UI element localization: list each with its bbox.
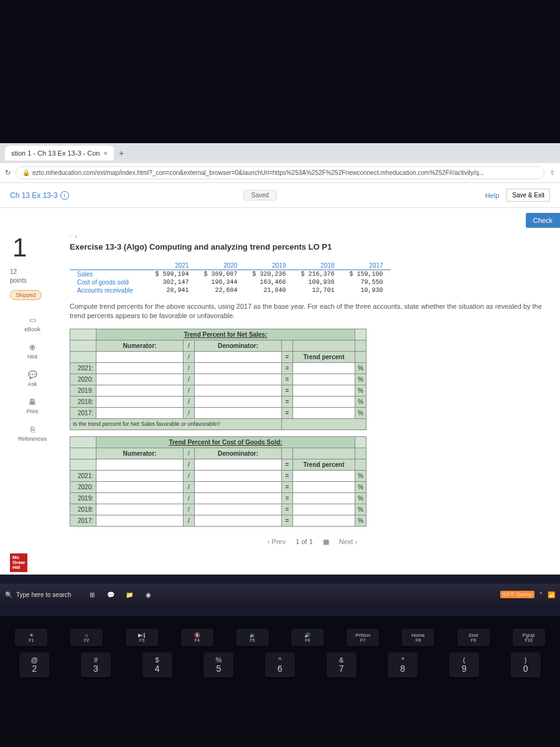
worksheet-input[interactable] <box>293 396 355 407</box>
worksheet-input[interactable] <box>293 407 355 418</box>
worksheet-input[interactable] <box>96 470 184 481</box>
app-header: Ch 13 Ex 13-3 i Saved Help Save & Exit <box>0 183 560 208</box>
laptop-screen-reflection <box>0 0 560 143</box>
ebook-button[interactable]: ▭ eBook <box>10 315 55 332</box>
keyboard-key: HomeF8 <box>402 629 434 646</box>
print-button[interactable]: 🖶 Print <box>10 397 55 415</box>
worksheet-input[interactable] <box>293 492 355 504</box>
keyboard-key: ☀F1 <box>15 629 47 646</box>
close-icon[interactable]: × <box>103 149 107 157</box>
skipped-badge: Skipped <box>10 290 42 300</box>
references-button[interactable]: ⎘ References <box>10 425 55 442</box>
share-icon[interactable]: ⇧ <box>549 169 555 177</box>
worksheet-input[interactable] <box>96 504 184 515</box>
info-icon[interactable]: i <box>60 191 69 200</box>
worksheet-input[interactable] <box>195 396 282 407</box>
financial-data-table: 2021 2020 2019 2018 2017 Sales $ 599,194… <box>70 261 391 294</box>
net-sales-trend-table: Trend Percent for Net Sales: Numerator: … <box>70 329 366 430</box>
taskbar-app-icon[interactable]: 💬 <box>105 588 117 601</box>
url-bar: ↻ 🔒 ezto.mheducation.com/ext/map/index.h… <box>0 163 560 183</box>
task-view-icon[interactable]: ⊞ <box>86 588 98 601</box>
question-body: · › Exercise 13-3 (Algo) Computing and a… <box>55 228 560 551</box>
copy-icon: ⎘ <box>27 425 37 435</box>
keyboard-key: @2 <box>19 652 49 677</box>
next-button[interactable]: Next › <box>339 538 357 545</box>
keyboard-key: PrtScnF7 <box>347 629 379 646</box>
keyboard-key: 🔉F5 <box>236 629 269 646</box>
exercise-title: Exercise 13-3 (Algo) Computing and analy… <box>70 242 555 251</box>
browser-tab[interactable]: stion 1 - Ch 13 Ex 13-3 - Con × <box>5 146 114 161</box>
explorer-icon[interactable]: 📁 <box>123 588 136 601</box>
worksheet-input[interactable] <box>96 492 184 504</box>
numerator-header-input[interactable] <box>96 351 184 362</box>
reload-icon[interactable]: ↻ <box>5 169 11 177</box>
worksheet-input[interactable] <box>293 362 355 374</box>
worksheet-input[interactable] <box>195 481 282 492</box>
points-label: points <box>10 276 55 285</box>
help-link[interactable]: Help <box>485 192 500 199</box>
table-row: Sales $ 599,194 $ 389,087 $ 320,236 $ 21… <box>70 270 391 279</box>
save-exit-button[interactable]: Save & Exit <box>506 189 550 202</box>
check-button[interactable]: Check <box>526 213 560 228</box>
favorable-select[interactable] <box>282 418 366 430</box>
worksheet-input[interactable] <box>195 492 282 504</box>
worksheet-input[interactable] <box>293 481 355 492</box>
ask-button[interactable]: 💬 Ask <box>10 370 55 387</box>
keyboard-key: ▶/∥F3 <box>126 629 158 646</box>
print-icon: 🖶 <box>27 397 37 407</box>
worksheet-input[interactable] <box>96 385 184 396</box>
keyboard-key: (9 <box>449 652 479 677</box>
worksheet-input[interactable] <box>96 374 184 385</box>
search-icon: 🔍 <box>5 591 12 598</box>
worksheet-input[interactable] <box>195 407 282 418</box>
keyboard-key: 🔊F6 <box>291 629 324 646</box>
keyboard-key: 🔇F4 <box>181 629 213 646</box>
grid-view-icon[interactable]: ▦ <box>323 538 329 546</box>
tray-chevron-icon[interactable]: ˄ <box>539 591 543 598</box>
worksheet-input[interactable] <box>293 504 355 515</box>
worksheet-input[interactable] <box>293 385 355 396</box>
new-tab-button[interactable]: + <box>119 148 124 158</box>
worksheet-input[interactable] <box>96 407 184 418</box>
lock-icon: 🔒 <box>22 169 30 176</box>
denominator-header-input[interactable] <box>195 351 282 362</box>
points-value: 12 <box>10 268 55 276</box>
assignment-title: Ch 13 Ex 13-3 <box>10 191 58 200</box>
worksheet-input[interactable] <box>195 385 282 396</box>
cogs-trend-table: Trend Percent for Cost of Goods Sold: Nu… <box>70 436 366 527</box>
numerator-header-input[interactable] <box>96 459 184 470</box>
taskbar-search[interactable]: 🔍 Type here to search <box>5 591 71 598</box>
worksheet-input[interactable] <box>195 470 282 481</box>
worksheet-input[interactable] <box>293 515 355 526</box>
worksheet-input[interactable] <box>195 504 282 515</box>
book-icon: ▭ <box>27 315 37 325</box>
worksheet-input[interactable] <box>96 515 184 526</box>
url-text: ezto.mheducation.com/ext/map/index.html?… <box>32 169 484 176</box>
worksheet-input[interactable] <box>195 515 282 526</box>
tab-title: stion 1 - Ch 13 Ex 13-3 - Con <box>11 149 100 157</box>
worksheet-input[interactable] <box>293 374 355 385</box>
worksheet-input[interactable] <box>293 470 355 481</box>
table-row: Accounts receivable 28,941 22,684 21,840… <box>70 286 391 294</box>
target-icon: ⊕ <box>27 342 37 352</box>
weather-widget[interactable]: 53°F Sunny <box>500 591 534 598</box>
hint-button[interactable]: ⊕ Hint <box>10 342 55 360</box>
worksheet-input[interactable] <box>96 481 184 492</box>
instructions-text: Compute trend percents for the above acc… <box>70 302 555 321</box>
worksheet-input[interactable] <box>96 362 184 374</box>
prev-button[interactable]: ‹ Prev <box>268 538 286 545</box>
laptop-keyboard: ☀F1☼F2▶/∥F3🔇F4🔉F5🔊F6PrtScnF7HomeF8EndF9P… <box>0 616 560 747</box>
saved-badge: Saved <box>243 190 277 200</box>
worksheet-input[interactable] <box>195 374 282 385</box>
table-row: Cost of goods sold 302,147 196,344 163,4… <box>70 278 391 286</box>
question-number: 1 <box>10 233 55 263</box>
address-bar[interactable]: 🔒 ezto.mheducation.com/ext/map/index.htm… <box>16 166 544 179</box>
worksheet-input[interactable] <box>195 362 282 374</box>
denominator-header-input[interactable] <box>195 459 282 470</box>
keyboard-key: EndF9 <box>457 629 490 646</box>
keyboard-key: &7 <box>327 652 357 677</box>
chrome-icon[interactable]: ◉ <box>142 588 154 601</box>
keyboard-key: ^6 <box>265 652 295 677</box>
worksheet-input[interactable] <box>96 396 184 407</box>
wifi-icon[interactable]: 📶 <box>548 591 555 598</box>
